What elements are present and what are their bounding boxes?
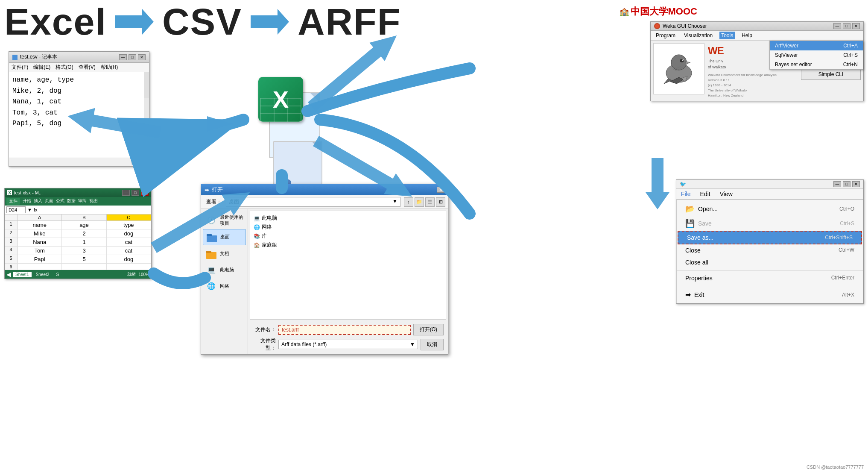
dialog-details-icon[interactable]: ⊞ bbox=[436, 197, 445, 207]
dialog-open-btn[interactable]: 打开(O) bbox=[413, 324, 444, 335]
excel-ribbon-formulas[interactable]: 公式 bbox=[56, 198, 64, 205]
notepad-statusbar: 第 1 行 bbox=[9, 158, 149, 166]
excel-cell-5b[interactable]: 5 bbox=[62, 255, 106, 263]
arff-closeall-label: Close all bbox=[685, 259, 708, 266]
notepad-icon bbox=[12, 55, 18, 60]
weka-menu-visualization[interactable]: Visualization bbox=[682, 32, 714, 39]
weka-simplecli-btn[interactable]: Simple CLI bbox=[801, 69, 861, 80]
arff-close-btn[interactable]: ✕ bbox=[852, 181, 860, 187]
excel-cell-3a[interactable]: Nana bbox=[18, 238, 62, 246]
arff-maximize-btn[interactable]: □ bbox=[843, 181, 850, 187]
excel-cell-4a[interactable]: Tom bbox=[18, 247, 62, 255]
excel-ribbon-layout[interactable]: 页面 bbox=[45, 198, 53, 205]
dialog-view-icon[interactable]: ☰ bbox=[425, 197, 435, 207]
excel-sheet1[interactable]: Sheet1 bbox=[13, 272, 32, 277]
excel-cell-6a[interactable] bbox=[18, 264, 62, 270]
weka-close-btn[interactable]: ✕ bbox=[852, 23, 860, 29]
dialog-newdir-icon[interactable]: 📁 bbox=[415, 197, 424, 207]
weka-arffviewer-item[interactable]: ArffViewer Ctrl+A bbox=[770, 41, 863, 50]
excel-cell-4b[interactable]: 3 bbox=[62, 247, 106, 255]
weka-menu-tools[interactable]: Tools bbox=[719, 32, 735, 39]
dialog-cancel-btn[interactable]: 取消 bbox=[421, 339, 444, 350]
arff-menu-file[interactable]: File bbox=[680, 190, 692, 198]
excel-cell-4c[interactable]: cat bbox=[107, 247, 151, 255]
dialog-filename-input[interactable]: test.arff bbox=[278, 325, 411, 335]
notepad-close-btn[interactable]: ✕ bbox=[138, 54, 146, 60]
dialog-sidebar-desktop[interactable]: 桌面 bbox=[203, 229, 246, 245]
arff-properties-item[interactable]: Properties Ctrl+Enter bbox=[677, 272, 863, 284]
notepad-maximize-btn[interactable]: □ bbox=[129, 54, 136, 60]
excel-ribbon-file[interactable]: 文件 bbox=[6, 198, 20, 205]
excel-name-box[interactable]: D24 bbox=[6, 206, 26, 213]
notepad-menu-edit[interactable]: 编辑(E) bbox=[33, 64, 50, 71]
weka-menu-help[interactable]: Help bbox=[740, 32, 754, 39]
tree-item-pc[interactable]: 💻 此电脑 bbox=[254, 214, 442, 223]
tree-item-lib[interactable]: 📚 库 bbox=[254, 232, 442, 241]
tree-item-homegroup[interactable]: 🏠 家庭组 bbox=[254, 241, 442, 250]
dialog-close-btn[interactable]: ✕ bbox=[437, 187, 444, 193]
excel-nav-left[interactable]: ◀ bbox=[6, 271, 11, 278]
weka-bayesnet-item[interactable]: Bayes net editor Ctrl+N bbox=[770, 60, 863, 69]
notepad-controls[interactable]: — □ ✕ bbox=[119, 54, 146, 60]
excel-ribbon-review[interactable]: 审阅 bbox=[78, 198, 87, 205]
dialog-sidebar-pc[interactable]: 💻 此电脑 bbox=[203, 262, 246, 278]
arff-menu-edit[interactable]: Edit bbox=[699, 190, 712, 198]
arff-menu-view[interactable]: View bbox=[719, 190, 734, 198]
dialog-location-dropdown[interactable]: 桌面 ▼ bbox=[226, 197, 400, 207]
excel-col-B[interactable]: B bbox=[62, 214, 106, 220]
excel-cell-2a[interactable]: Mike bbox=[18, 229, 62, 238]
excel-maximize-btn[interactable]: □ bbox=[132, 190, 139, 196]
excel-controls[interactable]: — □ ✕ bbox=[122, 190, 149, 196]
weka-maximize-btn[interactable]: □ bbox=[843, 23, 850, 29]
excel-cell-2b[interactable]: 2 bbox=[62, 229, 106, 238]
notepad-minimize-btn[interactable]: — bbox=[119, 54, 127, 60]
excel-ribbon-view[interactable]: 视图 bbox=[89, 198, 98, 205]
weka-window: Weka GUI Chooser — □ ✕ Program Visualiza… bbox=[650, 21, 864, 101]
open-dialog: ➡ 打开 ✕ 查看： 桌面 ▼ ↑ 📁 ☰ ⊞ 🕐 最近使用的项目 bbox=[201, 184, 448, 355]
notepad-menu-format[interactable]: 格式(O) bbox=[56, 64, 73, 71]
excel-cell-3c[interactable]: cat bbox=[107, 238, 151, 246]
excel-ribbon-insert[interactable]: 插入 bbox=[34, 198, 42, 205]
tree-item-network[interactable]: 🌐 网络 bbox=[254, 223, 442, 232]
weka-controls[interactable]: — □ ✕ bbox=[833, 23, 860, 29]
excel-cell-3b[interactable]: 1 bbox=[62, 238, 106, 246]
excel-col-C[interactable]: C bbox=[107, 214, 151, 220]
dialog-filetype-dropdown[interactable]: Arff data files (*.arff) ▼ bbox=[278, 340, 418, 349]
excel-ribbon-home[interactable]: 开始 bbox=[23, 198, 31, 205]
arff-viewer-controls[interactable]: — □ ✕ bbox=[833, 181, 860, 187]
arff-save-item[interactable]: 💾 Save Ctrl+S bbox=[677, 216, 863, 231]
excel-cell-5a[interactable]: Papi bbox=[18, 255, 62, 263]
excel-minimize-btn[interactable]: — bbox=[122, 190, 130, 196]
excel-cell-1b[interactable]: age bbox=[62, 221, 106, 229]
excel-sheet-s[interactable]: S bbox=[53, 272, 61, 277]
notepad-menu-view[interactable]: 查看(V) bbox=[79, 64, 96, 71]
arff-minimize-btn[interactable]: — bbox=[833, 181, 841, 187]
excel-cell-6c[interactable] bbox=[107, 264, 151, 270]
excel-cell-6b[interactable] bbox=[62, 264, 106, 270]
arff-saveas-item[interactable]: Save as... Ctrl+Shift+S bbox=[678, 231, 862, 244]
arff-exit-item[interactable]: ➡ Exit Alt+X bbox=[677, 288, 863, 301]
arff-open-item[interactable]: 📂 Open... Ctrl+O bbox=[677, 202, 863, 216]
notepad-menu-file[interactable]: 文件(F) bbox=[12, 64, 28, 71]
notepad-menu-help[interactable]: 帮助(H) bbox=[101, 64, 118, 71]
excel-col-A[interactable]: A bbox=[18, 214, 62, 220]
excel-sheet2[interactable]: Sheet2 bbox=[33, 272, 52, 277]
arff-closeall-item[interactable]: Close all bbox=[677, 256, 863, 268]
excel-cell-2c[interactable]: dog bbox=[107, 229, 151, 238]
excel-formula-expand[interactable]: ▼ bbox=[27, 207, 32, 212]
dialog-sidebar-network[interactable]: 🌐 网络 bbox=[203, 279, 246, 294]
dialog-controls[interactable]: ✕ bbox=[437, 187, 444, 193]
dialog-up-icon[interactable]: ↑ bbox=[404, 197, 413, 207]
arff-close-item[interactable]: Close Ctrl+W bbox=[677, 244, 863, 256]
excel-cell-1c[interactable]: type bbox=[107, 221, 151, 229]
notepad-scrollbar[interactable] bbox=[144, 98, 149, 183]
excel-ribbon-data[interactable]: 数据 bbox=[67, 198, 76, 205]
excel-cell-1a[interactable]: name bbox=[18, 221, 62, 229]
dialog-sidebar-docs[interactable]: 文档 bbox=[203, 246, 246, 261]
excel-cell-5c[interactable]: dog bbox=[107, 255, 151, 263]
weka-minimize-btn[interactable]: — bbox=[833, 23, 841, 29]
weka-sqlviewer-item[interactable]: SqlViewer Ctrl+S bbox=[770, 50, 863, 60]
weka-menu-program[interactable]: Program bbox=[654, 32, 677, 39]
excel-close-btn[interactable]: ✕ bbox=[141, 190, 149, 196]
dialog-sidebar-recent[interactable]: 🕐 最近使用的项目 bbox=[203, 212, 246, 228]
